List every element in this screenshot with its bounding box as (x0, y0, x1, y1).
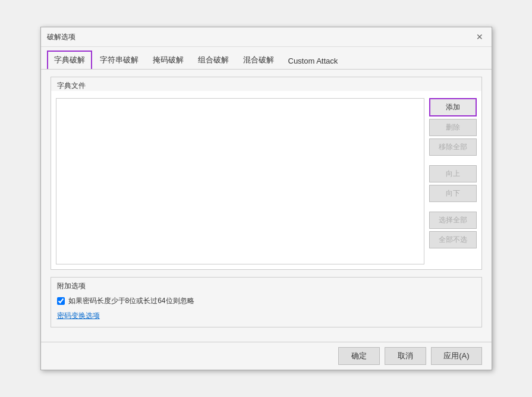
tabs-bar: 字典破解 字符串破解 掩码破解 组合破解 混合破解 Custom Attack (41, 47, 492, 70)
tab-mask[interactable]: 掩码破解 (146, 51, 190, 69)
password-transform-link[interactable]: 密码变换选项 (57, 311, 100, 320)
deselect-all-button[interactable]: 全部不选 (429, 231, 477, 248)
confirm-button[interactable]: 确定 (338, 347, 380, 365)
close-button[interactable]: ✕ (474, 31, 486, 43)
tab-string[interactable]: 字符串破解 (93, 51, 145, 69)
remove-all-button[interactable]: 移除全部 (429, 138, 477, 156)
dict-file-section: 字典文件 添加 删除 移除全部 向上 向下 选择全部 全部不选 (51, 77, 482, 270)
title-bar: 破解选项 ✕ (41, 27, 492, 47)
apply-button[interactable]: 应用(A) (431, 347, 481, 365)
main-dialog: 破解选项 ✕ 字典破解 字符串破解 掩码破解 组合破解 混合破解 Custom … (40, 27, 492, 370)
delete-button[interactable]: 删除 (429, 119, 477, 136)
add-button[interactable]: 添加 (429, 98, 477, 116)
tab-combo[interactable]: 组合破解 (191, 51, 235, 69)
footer: 确定 取消 应用(A) (41, 342, 492, 370)
dialog-title: 破解选项 (47, 32, 75, 42)
file-list[interactable] (56, 98, 424, 264)
addon-section: 附加选项 如果密码长度少于8位或长过64位则忽略 密码变换选项 (51, 277, 482, 327)
tab-mixed[interactable]: 混合破解 (237, 51, 281, 69)
dict-content: 添加 删除 移除全部 向上 向下 选择全部 全部不选 (51, 93, 481, 269)
tab-dict[interactable]: 字典破解 (47, 51, 92, 69)
length-filter-label: 如果密码长度少于8位或长过64位则忽略 (68, 296, 194, 306)
length-filter-row: 如果密码长度少于8位或长过64位则忽略 (57, 296, 476, 306)
dialog-body: 字典文件 添加 删除 移除全部 向上 向下 选择全部 全部不选 附加选项 (41, 70, 492, 342)
move-up-button[interactable]: 向上 (429, 165, 477, 182)
move-down-button[interactable]: 向下 (429, 185, 477, 202)
addon-title: 附加选项 (57, 281, 476, 291)
dict-section-label: 字典文件 (51, 77, 481, 91)
cancel-button[interactable]: 取消 (385, 347, 426, 365)
length-filter-checkbox[interactable] (57, 297, 65, 305)
button-column: 添加 删除 移除全部 向上 向下 选择全部 全部不选 (429, 98, 477, 264)
select-all-button[interactable]: 选择全部 (429, 212, 477, 229)
tab-custom[interactable]: Custom Attack (282, 53, 345, 69)
